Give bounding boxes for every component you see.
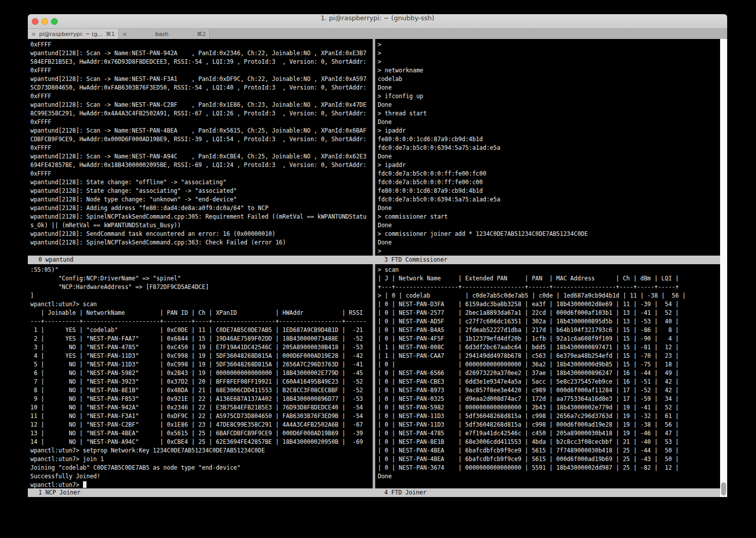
pane-status-ftd-joiner: 4 FTD Joiner (375, 488, 720, 497)
pane-wpantund[interactable]: 0xFFFF wpantund[2128]: Scan -> Name:NEST… (28, 39, 373, 256)
pane-ftd-commissioner[interactable]: > > > > networkname codelab Done > ifcon… (375, 39, 720, 256)
prompt-text: wpanctl:utun7> (30, 481, 83, 488)
tab-label: pi@raspberrypi: ~ (g... (39, 31, 103, 37)
tab-bar: × pi@raspberrypi: ~ (g... ⌘1 × bash ⌘2 (28, 29, 727, 39)
terminal-cursor (83, 481, 86, 488)
tab-close-icon[interactable]: × (122, 31, 127, 37)
ncp-joiner-prompt-line: wpanctl:utun7> (28, 481, 373, 488)
scrollbar-track[interactable] (720, 39, 727, 497)
pane-status-ftd-commissioner: 3 FTD Commissioner (375, 256, 720, 264)
tab-ssh-session[interactable]: × pi@raspberrypi: ~ (g... ⌘1 (28, 29, 119, 39)
pane-status-wpantund: 0 wpantund (28, 256, 375, 264)
ncp-joiner-cli-text: :55:05)" "Config:NCP:DriverName" => "spi… (28, 264, 373, 481)
tab-label: bash (130, 31, 194, 37)
tab-shortcut: ⌘2 (197, 31, 206, 37)
ftd-commissioner-cli-text: > > > > networkname codelab Done > ifcon… (375, 39, 720, 256)
tab-bash[interactable]: × bash ⌘2 (119, 29, 210, 39)
pane-divider-bottom[interactable] (373, 264, 375, 488)
ftd-joiner-cli-text: > scan | J | Network Name | Extended PAN… (375, 264, 720, 481)
pane-ftd-joiner[interactable]: > scan | J | Network Name | Extended PAN… (375, 264, 720, 488)
window-title: 1. pi@raspberrypi: ~ (gnubby-ssh) (28, 14, 727, 29)
pane-divider-top[interactable] (373, 39, 375, 256)
pane-ncp-joiner[interactable]: :55:05)" "Config:NCP:DriverName" => "spi… (28, 264, 373, 488)
tab-shortcut: ⌘1 (106, 31, 115, 37)
tab-close-icon[interactable]: × (31, 31, 36, 37)
window-titlebar[interactable]: 1. pi@raspberrypi: ~ (gnubby-ssh) (28, 14, 727, 29)
wpantund-log-text: 0xFFFF wpantund[2128]: Scan -> Name:NEST… (28, 39, 373, 247)
pane-status-ncp-joiner: 1 NCP Joiner (28, 488, 375, 497)
desktop-background: 1. pi@raspberrypi: ~ (gnubby-ssh) × pi@r… (0, 0, 756, 538)
terminal-area: 0xFFFF wpantund[2128]: Scan -> Name:NEST… (28, 39, 727, 497)
scrollbar-thumb[interactable] (721, 482, 726, 495)
terminal-window: 1. pi@raspberrypi: ~ (gnubby-ssh) × pi@r… (28, 14, 727, 524)
